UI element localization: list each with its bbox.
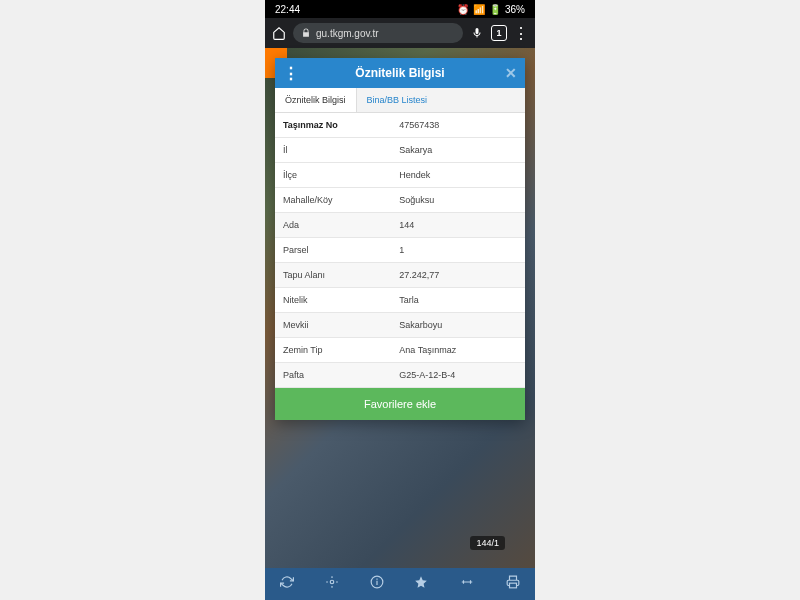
signal-icon: 📶: [473, 4, 485, 15]
row-key: İlçe: [275, 163, 391, 187]
table-row: MevkiiSakarboyu: [275, 313, 525, 338]
home-icon[interactable]: [271, 26, 287, 40]
tab-count[interactable]: 1: [491, 25, 507, 41]
star-icon[interactable]: [414, 575, 428, 593]
table-row: Mahalle/KöySoğuksu: [275, 188, 525, 213]
table-row: İlSakarya: [275, 138, 525, 163]
modal-menu-icon[interactable]: ⋮: [283, 64, 299, 83]
row-value: Soğuksu: [391, 188, 525, 212]
status-bar: 22:44 ⏰ 📶 🔋 36%: [265, 0, 535, 18]
table-row: PaftaG25-A-12-B-4: [275, 363, 525, 388]
attribute-modal: ⋮ Öznitelik Bilgisi ✕ Öznitelik Bilgisi …: [275, 58, 525, 420]
more-icon[interactable]: ⋮: [513, 24, 529, 43]
row-key: Tapu Alanı: [275, 263, 391, 287]
modal-tabs: Öznitelik Bilgisi Bina/BB Listesi: [275, 88, 525, 113]
row-key: Mevkii: [275, 313, 391, 337]
row-key: Ada: [275, 213, 391, 237]
row-value: 27.242,77: [391, 263, 525, 287]
parcel-label: 144/1: [470, 536, 505, 550]
refresh-icon[interactable]: [280, 575, 294, 593]
row-value: 47567438: [391, 113, 525, 137]
table-row: İlçeHendek: [275, 163, 525, 188]
row-key: Parsel: [275, 238, 391, 262]
print-icon[interactable]: [506, 575, 520, 593]
bottom-toolbar: [265, 568, 535, 600]
table-row: Taşınmaz No47567438: [275, 113, 525, 138]
row-key: Nitelik: [275, 288, 391, 312]
battery-icon: 🔋: [489, 4, 501, 15]
row-key: Zemin Tip: [275, 338, 391, 362]
url-bar[interactable]: gu.tkgm.gov.tr: [293, 23, 463, 43]
tab-buildings[interactable]: Bina/BB Listesi: [357, 88, 438, 112]
row-value: Ana Taşınmaz: [391, 338, 525, 362]
info-icon[interactable]: [370, 575, 384, 593]
attribute-rows: Taşınmaz No47567438İlSakaryaİlçeHendekMa…: [275, 113, 525, 388]
close-icon[interactable]: ✕: [505, 65, 517, 81]
row-key: İl: [275, 138, 391, 162]
add-favorite-button[interactable]: Favorilere ekle: [275, 388, 525, 420]
table-row: Tapu Alanı27.242,77: [275, 263, 525, 288]
tab-attributes[interactable]: Öznitelik Bilgisi: [275, 88, 357, 112]
row-value: G25-A-12-B-4: [391, 363, 525, 387]
modal-title: Öznitelik Bilgisi: [355, 66, 444, 80]
row-key: Mahalle/Köy: [275, 188, 391, 212]
row-key: Pafta: [275, 363, 391, 387]
row-value: 144: [391, 213, 525, 237]
measure-icon[interactable]: [459, 575, 475, 593]
locate-icon[interactable]: [325, 575, 339, 593]
lock-icon: [301, 28, 311, 38]
phone-frame: 22:44 ⏰ 📶 🔋 36% gu.tkgm.gov.tr 1 ⋮: [265, 0, 535, 600]
table-row: Parsel1: [275, 238, 525, 263]
browser-chrome: gu.tkgm.gov.tr 1 ⋮: [265, 18, 535, 48]
row-value: Tarla: [391, 288, 525, 312]
svg-point-0: [330, 580, 334, 584]
row-value: Sakarboyu: [391, 313, 525, 337]
row-value: Sakarya: [391, 138, 525, 162]
table-row: Ada144: [275, 213, 525, 238]
battery-percent: 36%: [505, 4, 525, 15]
status-time: 22:44: [275, 4, 300, 15]
modal-header: ⋮ Öznitelik Bilgisi ✕: [275, 58, 525, 88]
svg-rect-2: [509, 583, 516, 588]
row-value: 1: [391, 238, 525, 262]
mic-icon[interactable]: [469, 27, 485, 39]
url-text: gu.tkgm.gov.tr: [316, 28, 379, 39]
row-value: Hendek: [391, 163, 525, 187]
alarm-icon: ⏰: [457, 4, 469, 15]
table-row: Zemin TipAna Taşınmaz: [275, 338, 525, 363]
row-key: Taşınmaz No: [275, 113, 391, 137]
table-row: NitelikTarla: [275, 288, 525, 313]
